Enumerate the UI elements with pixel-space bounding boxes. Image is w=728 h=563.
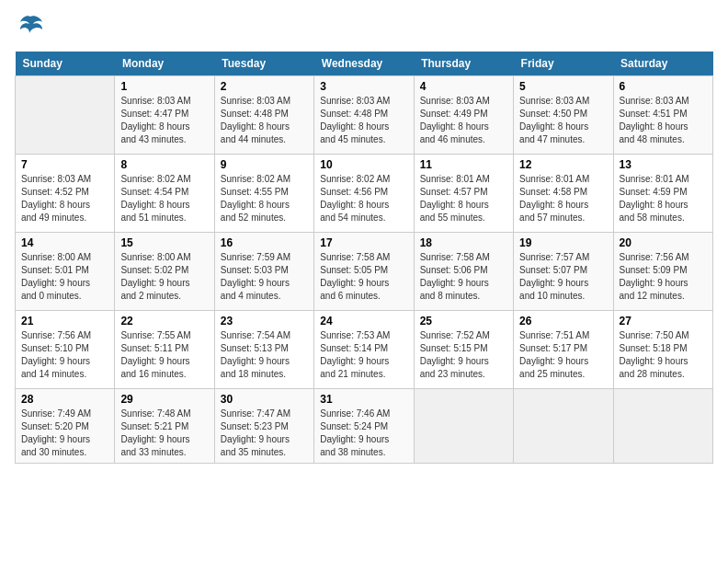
day-number: 8: [120, 158, 208, 171]
day-number: 4: [420, 80, 507, 93]
calendar-day-cell: 5Sunrise: 8:03 AMSunset: 4:50 PMDaylight…: [514, 76, 613, 155]
day-info: Sunrise: 8:01 AMSunset: 4:59 PMDaylight:…: [620, 173, 707, 224]
day-info: Sunrise: 8:01 AMSunset: 4:58 PMDaylight:…: [519, 173, 607, 224]
calendar-day-cell: 19Sunrise: 7:57 AMSunset: 5:07 PMDayligh…: [514, 233, 613, 311]
day-number: 13: [620, 158, 707, 171]
calendar-day-cell: 11Sunrise: 8:01 AMSunset: 4:57 PMDayligh…: [414, 155, 513, 233]
calendar-day-cell: 15Sunrise: 8:00 AMSunset: 5:02 PMDayligh…: [115, 233, 214, 311]
calendar-week-row: 1Sunrise: 8:03 AMSunset: 4:47 PMDaylight…: [16, 76, 713, 155]
day-info: Sunrise: 8:03 AMSunset: 4:48 PMDaylight:…: [320, 95, 407, 146]
calendar-day-cell: 16Sunrise: 7:59 AMSunset: 5:03 PMDayligh…: [214, 233, 313, 311]
day-number: 17: [320, 236, 407, 249]
calendar-day-cell: 6Sunrise: 8:03 AMSunset: 4:51 PMDaylight…: [613, 76, 712, 155]
day-number: 25: [420, 315, 507, 327]
calendar-day-cell: 28Sunrise: 7:49 AMSunset: 5:20 PMDayligh…: [16, 389, 115, 464]
day-number: 16: [221, 236, 308, 249]
day-info: Sunrise: 7:46 AMSunset: 5:24 PMDaylight:…: [320, 408, 407, 459]
calendar-day-cell: [16, 76, 115, 155]
calendar-day-cell: 24Sunrise: 7:53 AMSunset: 5:14 PMDayligh…: [314, 311, 414, 389]
day-number: 29: [120, 393, 208, 406]
day-number: 11: [420, 158, 507, 171]
calendar-day-cell: 26Sunrise: 7:51 AMSunset: 5:17 PMDayligh…: [514, 311, 613, 389]
calendar-day-cell: 25Sunrise: 7:52 AMSunset: 5:15 PMDayligh…: [414, 311, 513, 389]
day-info: Sunrise: 7:48 AMSunset: 5:21 PMDaylight:…: [120, 408, 208, 459]
calendar-day-cell: 8Sunrise: 8:02 AMSunset: 4:54 PMDaylight…: [115, 155, 214, 233]
logo: [15, 15, 44, 40]
calendar-day-cell: 13Sunrise: 8:01 AMSunset: 4:59 PMDayligh…: [613, 155, 712, 233]
calendar-day-cell: [613, 389, 712, 464]
calendar-day-header: Tuesday: [214, 52, 313, 76]
page-header: [15, 15, 713, 40]
calendar-day-cell: 4Sunrise: 8:03 AMSunset: 4:49 PMDaylight…: [414, 76, 513, 155]
calendar-day-header: Saturday: [613, 52, 712, 76]
calendar-day-cell: 27Sunrise: 7:50 AMSunset: 5:18 PMDayligh…: [613, 311, 712, 389]
calendar-header-row: SundayMondayTuesdayWednesdayThursdayFrid…: [16, 52, 713, 76]
day-number: 28: [21, 393, 108, 406]
calendar-day-cell: 14Sunrise: 8:00 AMSunset: 5:01 PMDayligh…: [16, 233, 115, 311]
day-info: Sunrise: 7:50 AMSunset: 5:18 PMDaylight:…: [620, 329, 707, 381]
day-number: 22: [120, 315, 208, 327]
day-number: 15: [120, 236, 208, 249]
day-number: 6: [620, 80, 707, 93]
day-info: Sunrise: 8:03 AMSunset: 4:50 PMDaylight:…: [519, 95, 607, 146]
day-info: Sunrise: 7:57 AMSunset: 5:07 PMDaylight:…: [519, 251, 607, 303]
day-info: Sunrise: 8:02 AMSunset: 4:56 PMDaylight:…: [320, 173, 407, 224]
day-info: Sunrise: 8:01 AMSunset: 4:57 PMDaylight:…: [420, 173, 507, 224]
day-info: Sunrise: 7:59 AMSunset: 5:03 PMDaylight:…: [221, 251, 308, 303]
day-info: Sunrise: 8:03 AMSunset: 4:47 PMDaylight:…: [120, 95, 208, 146]
calendar-week-row: 21Sunrise: 7:56 AMSunset: 5:10 PMDayligh…: [16, 311, 713, 389]
day-number: 18: [420, 236, 507, 249]
calendar-day-cell: [514, 389, 613, 464]
calendar-day-header: Wednesday: [314, 52, 414, 76]
calendar-day-cell: 7Sunrise: 8:03 AMSunset: 4:52 PMDaylight…: [16, 155, 115, 233]
calendar-day-cell: 22Sunrise: 7:55 AMSunset: 5:11 PMDayligh…: [115, 311, 214, 389]
calendar-day-cell: 23Sunrise: 7:54 AMSunset: 5:13 PMDayligh…: [214, 311, 313, 389]
day-number: 30: [221, 393, 308, 406]
day-number: 14: [21, 236, 108, 249]
day-number: 9: [221, 158, 308, 171]
calendar-day-header: Friday: [514, 52, 613, 76]
day-number: 5: [519, 80, 607, 93]
day-info: Sunrise: 7:52 AMSunset: 5:15 PMDaylight:…: [420, 329, 507, 381]
day-info: Sunrise: 7:47 AMSunset: 5:23 PMDaylight:…: [221, 408, 308, 459]
day-info: Sunrise: 8:03 AMSunset: 4:49 PMDaylight:…: [420, 95, 507, 146]
day-number: 1: [120, 80, 208, 93]
day-number: 3: [320, 80, 407, 93]
calendar-week-row: 28Sunrise: 7:49 AMSunset: 5:20 PMDayligh…: [16, 389, 713, 464]
day-info: Sunrise: 7:58 AMSunset: 5:06 PMDaylight:…: [420, 251, 507, 303]
calendar-day-cell: 20Sunrise: 7:56 AMSunset: 5:09 PMDayligh…: [613, 233, 712, 311]
day-number: 21: [21, 315, 108, 327]
calendar-day-cell: 1Sunrise: 8:03 AMSunset: 4:47 PMDaylight…: [115, 76, 214, 155]
day-info: Sunrise: 7:53 AMSunset: 5:14 PMDaylight:…: [320, 329, 407, 381]
calendar-week-row: 7Sunrise: 8:03 AMSunset: 4:52 PMDaylight…: [16, 155, 713, 233]
day-number: 2: [221, 80, 308, 93]
day-info: Sunrise: 7:55 AMSunset: 5:11 PMDaylight:…: [120, 329, 208, 381]
day-info: Sunrise: 8:00 AMSunset: 5:01 PMDaylight:…: [21, 251, 108, 303]
calendar-day-cell: 2Sunrise: 8:03 AMSunset: 4:48 PMDaylight…: [214, 76, 313, 155]
day-number: 10: [320, 158, 407, 171]
day-info: Sunrise: 8:03 AMSunset: 4:52 PMDaylight:…: [21, 173, 108, 224]
calendar-day-cell: 17Sunrise: 7:58 AMSunset: 5:05 PMDayligh…: [314, 233, 414, 311]
day-info: Sunrise: 7:56 AMSunset: 5:09 PMDaylight:…: [620, 251, 707, 303]
calendar-day-header: Thursday: [414, 52, 513, 76]
calendar-table: SundayMondayTuesdayWednesdayThursdayFrid…: [15, 52, 713, 464]
day-info: Sunrise: 8:03 AMSunset: 4:48 PMDaylight:…: [221, 95, 308, 146]
calendar-day-cell: 3Sunrise: 8:03 AMSunset: 4:48 PMDaylight…: [314, 76, 414, 155]
day-number: 19: [519, 236, 607, 249]
calendar-day-cell: [414, 389, 513, 464]
logo-bird-icon: [17, 15, 44, 40]
calendar-day-cell: 12Sunrise: 8:01 AMSunset: 4:58 PMDayligh…: [514, 155, 613, 233]
day-number: 27: [620, 315, 707, 327]
day-info: Sunrise: 7:54 AMSunset: 5:13 PMDaylight:…: [221, 329, 308, 381]
calendar-day-cell: 29Sunrise: 7:48 AMSunset: 5:21 PMDayligh…: [115, 389, 214, 464]
calendar-day-cell: 9Sunrise: 8:02 AMSunset: 4:55 PMDaylight…: [214, 155, 313, 233]
day-info: Sunrise: 7:51 AMSunset: 5:17 PMDaylight:…: [519, 329, 607, 381]
day-info: Sunrise: 7:56 AMSunset: 5:10 PMDaylight:…: [21, 329, 108, 381]
calendar-day-header: Monday: [115, 52, 214, 76]
day-number: 12: [519, 158, 607, 171]
day-number: 7: [21, 158, 108, 171]
day-number: 26: [519, 315, 607, 327]
day-number: 31: [320, 393, 407, 406]
day-info: Sunrise: 8:00 AMSunset: 5:02 PMDaylight:…: [120, 251, 208, 303]
day-info: Sunrise: 7:49 AMSunset: 5:20 PMDaylight:…: [21, 408, 108, 459]
